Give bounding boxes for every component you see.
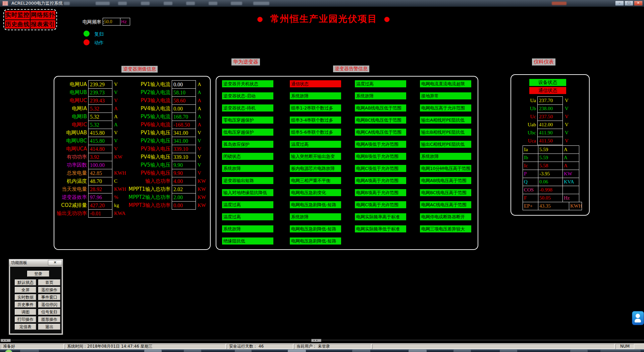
menu-item-blurred[interactable]	[141, 2, 150, 5]
alarm-cell[interactable]: 板内电源芯片电路故障	[290, 165, 341, 172]
alarm-cell[interactable]: 系统故障	[420, 153, 471, 160]
alarm-cell[interactable]: 电网电流直流电流超限	[420, 80, 471, 87]
alarm-cell[interactable]: 电网AC线电压高于范围	[420, 201, 471, 208]
alarm-cell[interactable]: 组串5-6串联个数过多	[290, 129, 341, 136]
menu-item-highlight-blurred[interactable]	[552, 2, 567, 5]
menu-item-blurred[interactable]	[64, 2, 70, 5]
alarm-cell[interactable]: 温度过高	[355, 80, 406, 87]
login-button[interactable]: 登录	[27, 271, 49, 277]
meter-status-cell[interactable]: 设备状态	[529, 79, 566, 86]
start-button[interactable]	[5, 350, 13, 352]
taskbar-item-blurred[interactable]	[288, 350, 306, 352]
menu-item-blurred[interactable]	[231, 2, 242, 5]
alarm-cell[interactable]: 输出B相线对PE阻抗低	[420, 129, 471, 136]
alarm-cell[interactable]: 电网CA线电压低于范围	[355, 129, 406, 136]
menu-item-blurred[interactable]	[253, 2, 269, 5]
meter-status-cell[interactable]: 通信状态	[529, 87, 566, 94]
alarm-cell[interactable]: 电网实际频率高于标准	[355, 213, 406, 220]
function-button[interactable]: 默认状态	[15, 279, 36, 285]
alarm-cell[interactable]: 输入突然断开输出急变	[290, 153, 341, 160]
alarm-cell[interactable]: 电网B项低于允许范围	[355, 153, 406, 160]
menu-item-blurred[interactable]	[96, 2, 110, 5]
minimize-button[interactable]: –	[615, 1, 624, 6]
taskbar-item-blurred[interactable]	[570, 350, 588, 352]
nav-button-3[interactable]: 历史曲线	[5, 20, 30, 29]
alarm-cell[interactable]: 接地异常	[420, 92, 471, 99]
scroll-handle-left[interactable]	[1, 339, 11, 342]
floating-chat-icon[interactable]	[632, 311, 644, 325]
function-button[interactable]: 退出	[38, 324, 60, 330]
alarm-cell[interactable]: 组串3-4串联个数过多	[290, 117, 341, 124]
function-button[interactable]: 事件窗口	[38, 294, 60, 300]
alarm-cell[interactable]: 系统故障	[222, 225, 273, 232]
function-button[interactable]: 遥控操作	[38, 287, 60, 293]
alarm-cell[interactable]: 电网C项高于允许范围	[355, 201, 406, 208]
function-button[interactable]: 历史事件	[15, 302, 36, 308]
function-panel-titlebar[interactable]: 功能面板 ✕	[9, 259, 63, 266]
menu-item-blurred[interactable]	[209, 2, 217, 5]
alarm-cell[interactable]: 电网C项低于允许范围	[355, 165, 406, 172]
alarm-cell[interactable]: 逆变器状态-待机	[222, 104, 273, 112]
alarm-cell[interactable]: 电网A项低于允许范围	[355, 141, 406, 148]
function-button[interactable]: 首页	[38, 279, 60, 285]
alarm-cell[interactable]: 电网三相严重不平衡	[290, 177, 341, 184]
alarm-cell[interactable]: 系统故障	[355, 92, 406, 99]
alarm-cell[interactable]: 低电压穿越保护	[222, 129, 273, 136]
alarm-cell[interactable]: 闭锁状态	[222, 153, 273, 160]
taskbar-item-blurred[interactable]	[184, 350, 201, 352]
alarm-cell[interactable]: 逆变器状态-启动	[222, 92, 273, 99]
taskbar-item-blurred[interactable]	[500, 350, 517, 352]
alarm-cell[interactable]: 电网BC线电压高于范围	[420, 189, 471, 196]
alarm-cell[interactable]: 组串1-2串联个数过多	[290, 104, 341, 112]
menu-item-blurred[interactable]	[118, 2, 127, 5]
alarm-cell[interactable]: 孤岛效应保护	[222, 141, 273, 148]
nav-button-1[interactable]: 实时监控	[5, 11, 30, 19]
alarm-cell[interactable]: 电网BC线电压低于范围	[355, 117, 406, 124]
taskbar-item-blurred[interactable]	[352, 350, 370, 352]
function-button[interactable]: 定值表	[15, 324, 36, 330]
alarm-cell[interactable]: 电网AB线电压低于范围	[355, 104, 406, 112]
alarm-cell[interactable]: 电网AB线电压高于范围	[420, 177, 471, 184]
function-button[interactable]: 实时数据	[15, 294, 36, 300]
menu-item-blurred[interactable]	[164, 2, 172, 5]
alarm-cell[interactable]: 通信状态	[290, 80, 341, 87]
alarm-cell[interactable]: 电网停电或断路器断开	[420, 213, 471, 220]
scroll-handle-center[interactable]	[311, 339, 321, 342]
alarm-cell[interactable]: 温度过高	[222, 213, 273, 220]
alarm-cell[interactable]: 电网A项高于允许范围	[355, 177, 406, 184]
alarm-cell[interactable]: 电网实际频率低于标准	[355, 225, 406, 232]
taskbar-item-blurred[interactable]	[600, 350, 641, 352]
alarm-cell[interactable]: 逆变器输出短路	[222, 177, 273, 184]
menu-item-blurred[interactable]	[186, 2, 195, 5]
taskbar-item-blurred[interactable]	[20, 350, 39, 352]
function-button[interactable]: 遥信停闪	[38, 302, 60, 308]
alarm-cell[interactable]: 电网B项高于允许范围	[355, 189, 406, 196]
function-button[interactable]: 打印操作	[15, 316, 36, 322]
taskbar-item-blurred[interactable]	[409, 350, 427, 352]
function-button[interactable]: 全屏	[15, 287, 36, 293]
alarm-cell[interactable]: 温度过高	[290, 141, 341, 148]
alarm-cell[interactable]: 零电压穿越保护	[222, 117, 273, 124]
alarm-cell[interactable]: 输出C相线对PE阻抗低	[420, 141, 471, 148]
taskbar-item-blurred[interactable]	[144, 350, 162, 352]
alarm-cell[interactable]: 电网三项电压差异较大	[420, 225, 471, 232]
taskbar-item-blurred[interactable]	[453, 350, 471, 352]
alarm-cell[interactable]: 电网电压急剧降低-短路	[290, 225, 341, 232]
function-button[interactable]: 信号复归	[38, 309, 60, 315]
function-panel-close-button[interactable]: ✕	[48, 260, 62, 265]
maximize-button[interactable]: □	[625, 1, 633, 6]
nav-button-2[interactable]: 网络拓扑	[31, 11, 55, 19]
alarm-cell[interactable]: 逆变器开关机状态	[222, 80, 273, 87]
nav-button-4[interactable]: 报表索引	[31, 20, 55, 29]
alarm-cell[interactable]: 绝缘阻抗低	[222, 237, 273, 245]
alarm-cell[interactable]: 温度过高	[222, 201, 273, 208]
function-button[interactable]: 调图	[15, 309, 36, 315]
alarm-cell[interactable]: 输入对地绝缘阻抗降低	[222, 189, 273, 196]
alarm-cell[interactable]: 电网电压急剧降低-短路	[290, 201, 341, 208]
taskbar-item-blurred[interactable]	[235, 350, 252, 352]
function-button[interactable]: 图形操作	[38, 316, 60, 322]
alarm-cell[interactable]: 输出A相线对PE阻抗低	[420, 117, 471, 124]
alarm-cell[interactable]: 电网电压急剧降低-短路	[290, 237, 341, 245]
alarm-cell[interactable]: 系统故障	[290, 92, 341, 99]
alarm-cell[interactable]: 系统故障	[222, 165, 273, 172]
